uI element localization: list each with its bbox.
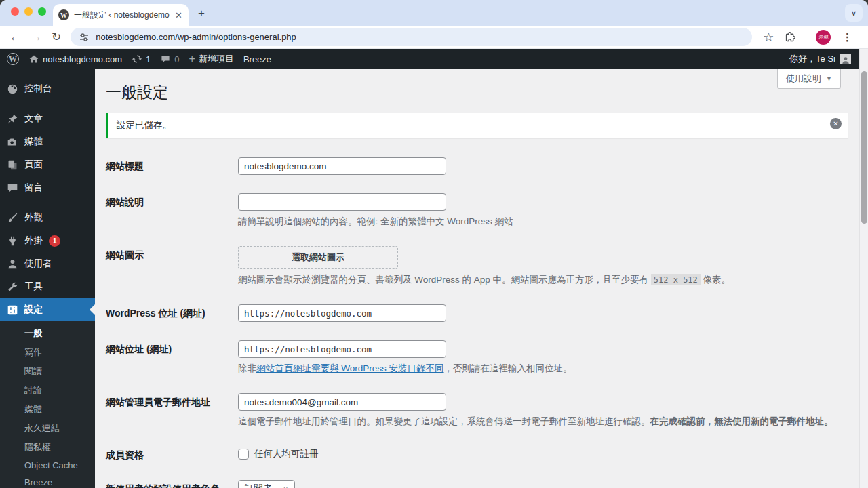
adminbar-breeze[interactable]: Breeze [243,54,271,64]
back-icon[interactable]: ← [9,30,21,44]
minimize-window-button[interactable] [24,7,33,16]
notice-text: 設定已儲存。 [117,120,172,130]
bookmark-star-icon[interactable]: ☆ [763,30,774,45]
site-icon-row: 網站圖示 選取網站圖示 網站圖示會顯示於瀏覽器的分頁、書籤列及 WordPres… [106,246,846,286]
plug-icon [7,235,18,247]
site-url-help-link[interactable]: 網站首頁網址需要與 WordPress 安裝目錄不同 [256,363,444,373]
sidebar-item-users[interactable]: 使用者 [0,252,95,275]
submenu-item-media[interactable]: 媒體 [0,400,95,419]
adminbar-account[interactable]: 你好，Te Si [789,53,851,65]
sidebar-item-posts[interactable]: 文章 [0,107,95,130]
sidebar-item-label: 控制台 [24,83,52,95]
adminbar-new-item[interactable]: + 新增項目 [189,53,234,65]
extensions-icon[interactable] [785,31,796,43]
admin-email-label: 網站管理員電子郵件地址 [106,393,238,428]
new-tab-button[interactable]: + [198,7,205,20]
sidebar-item-appearance[interactable]: 外觀 [0,206,95,229]
admin-email-row: 網站管理員電子郵件地址 這個電子郵件地址用於管理目的。如果變更了這項設定，系統會… [106,393,846,428]
sidebar-item-dashboard[interactable]: 控制台 [0,77,95,100]
adminbar-site-link[interactable]: notesblogdemo.com [28,54,122,64]
comment-bubble-icon [7,182,18,194]
comment-count: 0 [174,54,179,64]
sidebar-item-label: 工具 [24,281,43,293]
submenu-item-discussion[interactable]: 討論 [0,381,95,400]
sidebar-item-label: 文章 [24,113,43,125]
sidebar-item-plugins[interactable]: 外掛 1 [0,229,95,252]
membership-checkbox-label[interactable]: 任何人均可註冊 [254,448,319,460]
submenu-item-privacy[interactable]: 隱私權 [0,438,95,457]
site-url-label: 網站位址 (網址) [106,340,238,375]
url-text[interactable]: notesblogdemo.com/wp-admin/options-gener… [96,32,296,42]
help-button[interactable]: 使用說明 ▼ [777,69,841,89]
url-bar[interactable]: notesblogdemo.com/wp-admin/options-gener… [71,28,752,46]
site-settings-tune-icon[interactable] [79,32,90,43]
dismiss-notice-icon[interactable]: ✕ [830,118,842,129]
submenu-item-general[interactable]: 一般 [0,324,95,343]
sidebar-item-pages[interactable]: 頁面 [0,153,95,176]
wordpress-url-input[interactable] [238,304,446,322]
sidebar-item-comments[interactable]: 留言 [0,176,95,199]
submenu-item-permalinks[interactable]: 永久連結 [0,419,95,438]
tab-strip: W 一般設定 ‹ notesblogdemo.co ✕ + ∨ [0,0,868,26]
sidebar-item-settings[interactable]: 設定 [0,298,95,321]
settings-submenu: 一般 寫作 閱讀 討論 媒體 永久連結 隱私權 Object Cache Bre… [0,321,95,488]
browser-tab[interactable]: W 一般設定 ‹ notesblogdemo.co ✕ [53,4,189,26]
camera-icon [7,136,18,148]
wordpress-logo-icon[interactable]: W [7,53,19,65]
active-menu-arrow [90,304,95,315]
tab-close-icon[interactable]: ✕ [175,10,182,20]
default-role-select[interactable]: 訂閱者 ∨ [238,480,295,488]
tagline-help: 請簡單說明這個網站的內容。範例: 全新的繁體中文 WordPress 網站 [238,216,846,228]
wordpress-favicon-icon: W [58,9,69,20]
sidebar-item-media[interactable]: 媒體 [0,130,95,153]
submenu-item-reading[interactable]: 閱讀 [0,362,95,381]
new-item-label: 新增項目 [199,53,234,65]
page-scrollbar[interactable] [859,49,868,488]
scrollbar-thumb[interactable] [861,71,867,224]
site-title-input[interactable] [238,157,446,175]
general-settings-form: 網站標題 網站說明 請簡單說明這個網站的內容。範例: 全新的繁體中文 WordP… [95,138,859,488]
pages-icon [7,159,18,171]
adminbar-site-name: notesblogdemo.com [43,54,122,64]
site-url-help-suffix: ，否則請在這裡輸入相同位址。 [444,363,572,373]
site-url-help-prefix: 除非 [238,363,256,373]
sidebar-item-tools[interactable]: 工具 [0,275,95,298]
page-title: 一般設定 [95,69,859,103]
adminbar-greeting: 你好，Te Si [789,53,835,65]
tagline-input[interactable] [238,193,446,211]
tagline-row: 網站說明 請簡單說明這個網站的內容。範例: 全新的繁體中文 WordPress … [106,193,846,228]
update-count: 1 [146,54,151,64]
tab-search-button[interactable]: ∨ [845,4,863,22]
settings-page: 使用說明 ▼ 一般設定 設定已儲存。 ✕ 網站標題 網站說明 請簡單說明這個網站… [95,69,859,488]
profile-avatar[interactable]: 示範 [816,30,831,45]
submenu-item-breeze[interactable]: Breeze [0,474,95,488]
settings-saved-notice: 設定已儲存。 ✕ [106,113,848,138]
membership-checkbox[interactable] [238,449,249,460]
browser-menu-kebab-icon[interactable]: ⋮ [842,30,852,43]
sidebar-item-label: 使用者 [24,258,52,270]
submenu-item-writing[interactable]: 寫作 [0,343,95,362]
icon-size-code: 512 x 512 [651,274,701,285]
maximize-window-button[interactable] [38,7,46,16]
plus-icon: + [189,53,195,65]
admin-email-input[interactable] [238,393,446,411]
settings-sliders-icon [7,304,18,316]
browser-toolbar: ← → ↻ notesblogdemo.com/wp-admin/options… [0,26,868,49]
default-role-row: 新使用者的預設使用者角色 訂閱者 ∨ [106,480,846,488]
admin-email-help-text: 這個電子郵件地址用於管理目的。如果變更了這項設定，系統會傳送一封電子郵件至新地址… [238,416,650,426]
site-url-input[interactable] [238,340,446,358]
close-window-button[interactable] [11,7,19,16]
adminbar-comments[interactable]: 0 [160,54,179,64]
wordpress-url-label: WordPress 位址 (網址) [106,304,238,322]
reload-icon[interactable]: ↻ [52,30,61,44]
forward-icon[interactable]: → [31,30,42,44]
submenu-item-object-cache[interactable]: Object Cache [0,457,95,474]
site-title-label: 網站標題 [106,157,238,175]
comments-icon [160,54,171,64]
adminbar-updates[interactable]: 1 [132,54,151,64]
default-role-label: 新使用者的預設使用者角色 [106,480,238,488]
choose-site-icon-button[interactable]: 選取網站圖示 [238,246,398,269]
site-url-help: 除非網站首頁網址需要與 WordPress 安裝目錄不同，否則請在這裡輸入相同位… [238,363,846,375]
wp-admin-bar: W notesblogdemo.com 1 0 + 新增項目 Breeze [0,49,859,69]
membership-label: 成員資格 [106,446,238,462]
